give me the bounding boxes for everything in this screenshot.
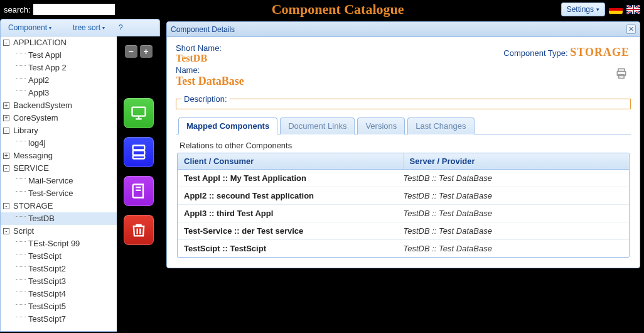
cell-server: TestDB :: Test DataBase: [404, 173, 623, 183]
column-server[interactable]: Server / Provider: [404, 153, 630, 169]
tree-node-label[interactable]: Messaging: [13, 151, 53, 160]
tree-leaf-label[interactable]: TestScipt2: [28, 264, 66, 273]
expand-icon[interactable]: +: [3, 102, 9, 109]
collapse-all-button[interactable]: −: [125, 45, 137, 58]
tree-node[interactable]: +Messaging: [1, 150, 117, 162]
tree-leaf-label[interactable]: log4j: [28, 138, 45, 148]
tree-node-label[interactable]: CoreSystem: [13, 113, 58, 123]
tree-leaf-label[interactable]: Appl2: [28, 75, 49, 85]
relations-title: Relations to other Components: [180, 141, 630, 150]
tree-node[interactable]: -SERVICE: [1, 162, 117, 175]
table-row[interactable]: Test-Service :: der Test serviceTestDB :…: [178, 222, 629, 240]
tree-leaf-label[interactable]: TestScipt4: [28, 289, 66, 298]
tree-leaf-label[interactable]: Test App 2: [28, 63, 67, 72]
monitor-icon[interactable]: [124, 98, 154, 128]
settings-label: Settings: [567, 5, 594, 14]
chevron-down-icon: ▾: [49, 25, 51, 31]
tree-node[interactable]: -STORAGE: [1, 200, 117, 212]
tree-node-label[interactable]: BackendSystem: [13, 101, 72, 110]
cell-client: Appl3 :: third Test Appl: [184, 209, 404, 218]
help-button[interactable]: ?: [116, 22, 126, 33]
table-row[interactable]: Test Appl :: My Test ApplicationTestDB :…: [178, 170, 629, 187]
name-value: Test DataBase: [176, 75, 631, 88]
component-menu[interactable]: Component▾: [6, 22, 54, 33]
search-input[interactable]: [33, 4, 115, 15]
cell-client: Appl2 :: secound Test application: [184, 191, 404, 200]
svg-rect-4: [132, 146, 144, 150]
expand-icon[interactable]: +: [3, 115, 9, 121]
print-icon[interactable]: [614, 67, 628, 79]
tree-leaf-label[interactable]: TestScipt3: [28, 276, 66, 286]
tab-versions[interactable]: Versions: [357, 117, 405, 134]
tree-leaf[interactable]: Appl2: [1, 74, 117, 87]
tab-mapped-components[interactable]: Mapped Components: [178, 117, 277, 134]
close-icon[interactable]: ✕: [626, 25, 636, 34]
tab-bar: Mapped Components Document Links Version…: [176, 117, 631, 134]
svg-rect-5: [132, 151, 144, 155]
relations-grid: Client / Consumer Server / Provider Test…: [177, 153, 630, 258]
app-title: Component Catalogue: [115, 1, 561, 18]
svg-rect-6: [132, 156, 144, 159]
tree-node[interactable]: -APPLICATION: [1, 36, 117, 49]
tree-leaf[interactable]: TestScipt: [1, 250, 117, 263]
tab-document-links[interactable]: Document Links: [280, 117, 355, 134]
tab-last-changes[interactable]: Last Changes: [407, 117, 474, 134]
table-row[interactable]: Appl2 :: secound Test applicationTestDB …: [178, 187, 629, 205]
collapse-icon[interactable]: -: [3, 203, 9, 209]
collapse-icon[interactable]: -: [3, 128, 9, 134]
tree-node[interactable]: -Library: [1, 124, 117, 137]
tree-leaf-label[interactable]: TestDB: [28, 214, 55, 223]
tree-node-label[interactable]: STORAGE: [13, 201, 53, 210]
tree-leaf-label[interactable]: Appl3: [28, 88, 49, 97]
tree-leaf[interactable]: TestDB: [1, 212, 117, 225]
trash-icon[interactable]: [124, 215, 154, 245]
tree-node-label[interactable]: SERVICE: [13, 163, 49, 173]
flag-uk-icon[interactable]: [626, 5, 640, 14]
tree-node[interactable]: -Script: [1, 225, 117, 237]
collapse-icon[interactable]: -: [3, 165, 9, 172]
tree-leaf[interactable]: TestScipt4: [1, 288, 117, 300]
cell-client: Test Appl :: My Test Application: [184, 173, 404, 183]
tree-leaf-label[interactable]: TEst-Script 99: [28, 239, 80, 248]
tree-leaf-label[interactable]: TestScipt: [28, 251, 62, 261]
tree-sort-menu[interactable]: tree sort▾: [70, 22, 107, 33]
search-label: search:: [4, 5, 31, 14]
tree-leaf[interactable]: TestScipt7: [1, 313, 117, 325]
tree-leaf[interactable]: TEst-Script 99: [1, 237, 117, 250]
table-row[interactable]: TestScipt :: TestSciptTestDB :: Test Dat…: [178, 240, 629, 257]
tree-node[interactable]: +BackendSystem: [1, 99, 117, 112]
tree-leaf[interactable]: Appl3: [1, 87, 117, 99]
collapse-icon[interactable]: -: [3, 40, 9, 46]
tree-toolbar: Component▾ tree sort▾ ?: [0, 19, 160, 36]
expand-all-button[interactable]: +: [140, 45, 153, 58]
tree-node-label[interactable]: Script: [13, 226, 34, 236]
column-client[interactable]: Client / Consumer: [178, 153, 404, 169]
tree-leaf[interactable]: log4j: [1, 137, 117, 150]
tree-leaf-label[interactable]: TestScipt5: [28, 302, 66, 311]
tree-leaf[interactable]: Test-Service: [1, 187, 117, 200]
flag-de-icon[interactable]: [609, 5, 623, 14]
expand-icon[interactable]: +: [3, 153, 9, 159]
tree-node-label[interactable]: Library: [13, 126, 38, 135]
tree-leaf[interactable]: TestScipt2: [1, 263, 117, 275]
tree-leaf[interactable]: Test Appl: [1, 49, 117, 62]
name-label: Name:: [176, 65, 631, 75]
tree-leaf[interactable]: TestScipt3: [1, 275, 117, 288]
cell-server: TestDB :: Test DataBase: [404, 226, 623, 236]
tree-leaf-label[interactable]: Mail-Service: [28, 176, 73, 185]
component-tree: -APPLICATIONTest ApplTest App 2Appl2Appl…: [0, 36, 117, 332]
settings-button[interactable]: Settings ▾: [561, 3, 605, 16]
tree-leaf[interactable]: Mail-Service: [1, 175, 117, 187]
server-icon[interactable]: [124, 137, 154, 167]
tree-leaf-label[interactable]: Test Appl: [28, 50, 62, 60]
tree-leaf-label[interactable]: TestScipt7: [28, 314, 66, 324]
tree-leaf[interactable]: Test App 2: [1, 62, 117, 74]
book-icon[interactable]: [124, 176, 154, 206]
tree-leaf-label[interactable]: Test-Service: [28, 188, 73, 198]
tree-node-label[interactable]: APPLICATION: [13, 38, 67, 47]
collapse-icon[interactable]: -: [3, 228, 9, 234]
component-type: Component Type: Storage: [503, 46, 630, 59]
tree-node[interactable]: +CoreSystem: [1, 112, 117, 124]
table-row[interactable]: Appl3 :: third Test ApplTestDB :: Test D…: [178, 205, 629, 222]
tree-leaf[interactable]: TestScipt5: [1, 300, 117, 313]
